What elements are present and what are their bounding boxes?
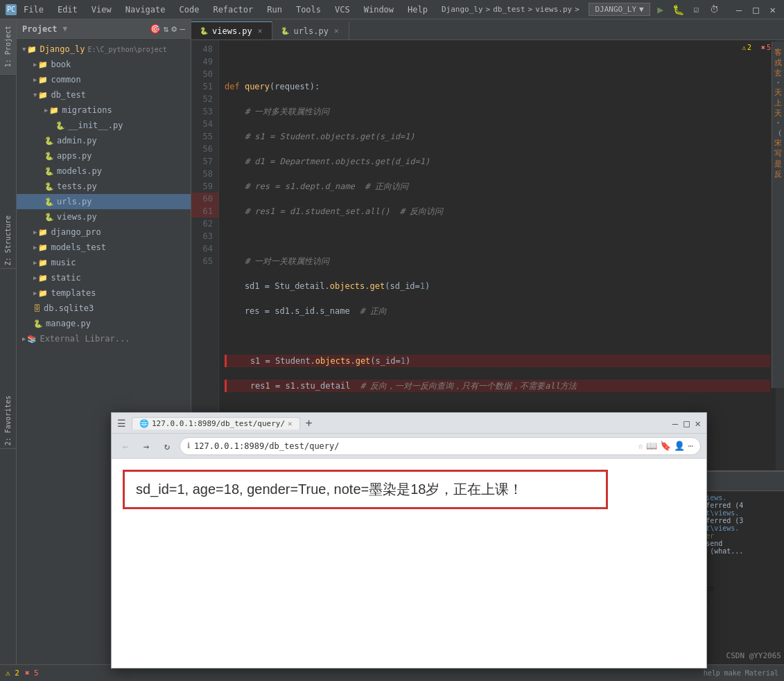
tree-item-models-test[interactable]: ▶ 📁 models_test	[17, 240, 191, 255]
breadcrumb: Django_ly > db_test > views.py >	[442, 5, 580, 14]
app-icon: PC	[6, 4, 17, 15]
browser-window: ☰ 🌐 127.0.0.1:8989/db_test/query/ ✕ + — …	[111, 412, 707, 669]
browser-tab-area: 🌐 127.0.0.1:8989/db_test/query/ ✕ +	[132, 416, 667, 430]
reader-icon[interactable]: 📖	[646, 441, 657, 451]
tree-item-templates[interactable]: ▶ 📁 templates	[17, 285, 191, 301]
tree-item-db-test[interactable]: ▼ 📁 db_test	[17, 87, 191, 103]
hide-panel-icon[interactable]: —	[180, 24, 185, 34]
project-sidebar-tab[interactable]: 1: Project	[0, 19, 16, 75]
code-editor[interactable]: 48 49 50 51 52 53 54 55 56 57 58 59	[191, 40, 776, 470]
run-config: DJANGO_LY ▼ ▶ 🐛 ☑ ⏱	[589, 2, 722, 17]
tab-urls-icon: 🐍	[281, 27, 289, 35]
menu-refactor[interactable]: Refactor	[210, 3, 256, 16]
code-content[interactable]: def query(request): # 一对多关联属性访问 # s1 = S…	[219, 40, 776, 470]
tree-item-manage[interactable]: 🐍 manage.py	[17, 316, 191, 331]
menu-navigate[interactable]: Navigate	[123, 3, 168, 16]
browser-title-bar: ☰ 🌐 127.0.0.1:8989/db_test/query/ ✕ + — …	[112, 413, 706, 434]
line-numbers: 48 49 50 51 52 53 54 55 56 57 58 59	[191, 40, 219, 470]
tree-item-music[interactable]: ▶ 📁 music	[17, 255, 191, 270]
maximize-button[interactable]: □	[750, 4, 761, 15]
settings-icon[interactable]: ⚙	[171, 24, 177, 34]
status-right: help make Material	[704, 669, 778, 677]
locate-file-icon[interactable]: 🎯	[150, 24, 161, 34]
menu-vcs[interactable]: VCS	[332, 3, 353, 16]
tab-views-label: views.py	[212, 26, 252, 36]
menu-run[interactable]: Run	[264, 3, 285, 16]
collection-icon[interactable]: 🔖	[660, 441, 671, 451]
tree-root[interactable]: ▼ 📁 Django_ly E:\C_python\project	[17, 42, 191, 57]
project-dropdown-icon[interactable]: ▼	[63, 24, 68, 33]
browser-result-text: sd_id=1, age=18, gender=True, note=墨染是18…	[123, 470, 608, 509]
tree-item-urls[interactable]: 🐍 urls.py	[17, 194, 191, 209]
profile-icon[interactable]: 👤	[674, 441, 685, 451]
menu-code[interactable]: Code	[177, 3, 202, 16]
debug-button[interactable]: 🐛	[671, 2, 686, 17]
more-icon[interactable]: ⋯	[688, 441, 693, 451]
tree-item-external-libs[interactable]: ▶ 📚 External Librar...	[17, 331, 191, 346]
tab-urls-py[interactable]: 🐍 urls.py ✕	[272, 21, 349, 39]
editor-tabs: 🐍 views.py ✕ 🐍 urls.py ✕	[191, 19, 784, 40]
breadcrumb-views[interactable]: views.py	[535, 5, 572, 14]
tree-item-apps[interactable]: 🐍 apps.py	[17, 148, 191, 163]
browser-refresh[interactable]: ↻	[159, 438, 175, 454]
security-icon: ℹ	[187, 441, 190, 450]
tab-urls-close[interactable]: ✕	[333, 26, 340, 36]
tree-item-common[interactable]: ▶ 📁 common	[17, 72, 191, 87]
structure-sidebar-tab[interactable]: Z: Structure	[0, 213, 16, 269]
run-button[interactable]: ▶	[653, 2, 668, 17]
window-controls[interactable]: — □ ✕	[733, 4, 778, 15]
project-title: Project	[22, 24, 58, 34]
browser-close[interactable]: ✕	[695, 418, 701, 429]
tree-item-models[interactable]: 🐍 models.py	[17, 163, 191, 179]
browser-tab-close[interactable]: ✕	[288, 419, 293, 428]
tree-item-init[interactable]: 🐍 __init__.py	[17, 118, 191, 133]
coverage-button[interactable]: ☑	[689, 2, 704, 17]
run-config-label: DJANGO_LY	[595, 5, 636, 14]
menu-tools[interactable]: Tools	[293, 3, 324, 16]
tree-item-book[interactable]: ▶ 📁 book	[17, 57, 191, 72]
close-button[interactable]: ✕	[767, 4, 778, 15]
tree-item-tests[interactable]: 🐍 tests.py	[17, 179, 191, 194]
project-toolbar: 🎯 ⇅ ⚙ —	[150, 24, 185, 34]
browser-content: sd_id=1, age=18, gender=True, note=墨染是18…	[112, 459, 706, 668]
menu-help[interactable]: Help	[405, 3, 430, 16]
tab-views-py[interactable]: 🐍 views.py ✕	[191, 21, 272, 39]
tree-item-static[interactable]: ▶ 📁 static	[17, 270, 191, 285]
breadcrumb-root[interactable]: Django_ly	[442, 5, 483, 14]
address-bar-actions: ☆ 📖 🔖 👤 ⋯	[638, 441, 693, 451]
browser-forward[interactable]: →	[138, 438, 155, 454]
minimize-button[interactable]: —	[733, 4, 744, 15]
error-badge-area: ⚠ 2 ✖ 5	[738, 43, 774, 52]
browser-menu-icon[interactable]: ☰	[117, 418, 126, 429]
menu-window[interactable]: Window	[361, 3, 397, 16]
status-error: ✖ 5	[25, 669, 39, 678]
tree-item-migrations[interactable]: ▶ 📁 migrations	[17, 103, 191, 118]
browser-nav: ← → ↻ ℹ 127.0.0.1:8989/db_test/query/ ☆ …	[112, 434, 706, 459]
menu-file[interactable]: File	[21, 3, 46, 16]
browser-add-tab[interactable]: +	[303, 416, 315, 430]
browser-minimize[interactable]: —	[672, 418, 678, 429]
menu-edit[interactable]: Edit	[55, 3, 80, 16]
browser-active-tab[interactable]: 🌐 127.0.0.1:8989/db_test/query/ ✕	[132, 417, 300, 430]
tree-item-views[interactable]: 🐍 views.py	[17, 209, 191, 224]
menu-view[interactable]: View	[89, 3, 114, 16]
address-bar[interactable]: ℹ 127.0.0.1:8989/db_test/query/ ☆ 📖 🔖 👤 …	[180, 437, 701, 455]
bookmark-star[interactable]: ☆	[638, 441, 643, 451]
tab-views-close[interactable]: ✕	[256, 26, 264, 36]
project-header: Project ▼ 🎯 ⇅ ⚙ —	[17, 19, 191, 39]
warning-badge: ⚠ 2	[738, 43, 755, 52]
tree-item-sqlite3[interactable]: 🗄 db.sqlite3	[17, 301, 191, 316]
tree-item-admin[interactable]: 🐍 admin.py	[17, 133, 191, 148]
tree-item-django-pro[interactable]: ▶ 📁 django_pro	[17, 224, 191, 240]
expand-all-icon[interactable]: ⇅	[164, 24, 169, 34]
title-bar: PC File Edit View Navigate Code Refactor…	[0, 0, 784, 19]
browser-back[interactable]: ←	[117, 438, 134, 454]
profile-button[interactable]: ⏱	[707, 2, 722, 17]
menu-bar[interactable]: File Edit View Navigate Code Refactor Ru…	[21, 3, 430, 16]
favorites-sidebar-tab[interactable]: 2: Favorites	[0, 393, 16, 449]
run-config-dropdown-icon[interactable]: ▼	[639, 5, 644, 14]
right-decoration-panel: 客 戎 玄 · 天 上 天 · （ 宋 写 是 反	[772, 42, 784, 388]
browser-restore[interactable]: □	[683, 418, 689, 429]
error-badge: ✖ 5	[758, 43, 774, 52]
breadcrumb-db-test[interactable]: db_test	[493, 5, 525, 14]
